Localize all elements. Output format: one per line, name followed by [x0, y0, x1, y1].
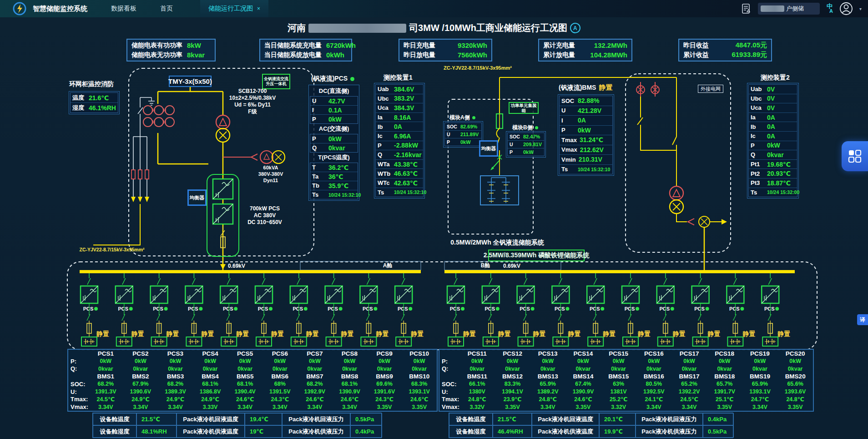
stat-label: 昨日放电量 [404, 51, 435, 59]
data-row: P0kW [310, 115, 358, 123]
data-row: Vmax212.62V [560, 145, 612, 155]
language-toggle-icon[interactable]: 中A [826, 4, 833, 13]
data-label: Uab [378, 86, 391, 92]
data-value: 384.6V [394, 86, 414, 93]
data-label: T [312, 164, 326, 171]
data-label: Ib [751, 123, 764, 130]
data-value: 19.68℃ [767, 161, 791, 168]
data-row: SOC82.88% [560, 96, 612, 106]
pcs-status-dot [775, 307, 779, 311]
data-row: WTc42.63℃ [376, 179, 423, 188]
tab-energy-diagram[interactable]: 储能运行工况图 × [200, 0, 268, 17]
app-grid-button[interactable] [842, 141, 868, 171]
cable-top-label: ZC-YJV22-8.7/15kV-3x95mm² [430, 64, 525, 71]
table-value-cell: 3.34V [671, 403, 707, 411]
table-name-cell: PCS7 [298, 350, 333, 357]
title-badge-icon[interactable]: A [570, 23, 580, 33]
chevron-down-icon[interactable]: ▾ [859, 6, 862, 11]
table-value-cell: 0kW [402, 357, 437, 365]
table-name-cell: PCS3 [158, 350, 193, 357]
table-name-cell: PCS15 [601, 350, 636, 357]
data-row: U42.7V [310, 97, 358, 106]
tab-close-icon[interactable]: × [257, 5, 260, 12]
data-row: 温度21.6℃ [71, 93, 118, 103]
stat-value: 132.2MWh [594, 41, 627, 49]
env-value-cell: 46.4%RH [493, 425, 532, 438]
stat-value: 8kvar [187, 51, 215, 59]
station-selector[interactable]: 户侧储 [758, 3, 820, 15]
avatar[interactable] [839, 2, 853, 15]
table-value-cell: 1391.3V [88, 388, 123, 396]
stat-value: 8kW [187, 41, 215, 49]
data-value: 0kW [523, 149, 534, 155]
mc1-panel-title: 测控装置1 [384, 74, 413, 82]
table-name-cell: PCS4 [193, 350, 228, 357]
table-name-cell: BMS11 [459, 373, 495, 380]
pcs-unit: PCS静置 [587, 273, 616, 346]
data-label: Ia [751, 114, 764, 121]
table-value-cell: 3.35V [707, 403, 742, 411]
data-value: 0A [394, 123, 402, 130]
module-b-table: SOC82.47%U209.81VP0kW [507, 133, 545, 156]
data-value: 42.7V [328, 97, 345, 105]
scb-spec-label: SCB12-700 10±2×2.5%/0.38kV Ud = 6‰ Dy11 … [225, 88, 280, 115]
data-value: 0A [767, 123, 775, 130]
section-header: DC(直流侧) [310, 86, 358, 96]
data-label: P [447, 139, 458, 145]
pcs-status-dot [269, 307, 273, 311]
table-value-cell: 3.35V [565, 403, 601, 411]
pcs-unit-label: PCS [659, 306, 670, 311]
table-name-cell: PCS14 [565, 350, 601, 357]
pcs-unit: PCS静置 [185, 273, 214, 346]
table-row-label: P: [439, 357, 459, 365]
table-value-cell: 24.6℃ [402, 396, 437, 403]
table-value-cell: 0kvar [402, 365, 437, 373]
nav-item-home[interactable]: 首页 [160, 5, 173, 13]
pcs-unit-label: PCS [484, 306, 495, 311]
nav-item-dashboard[interactable]: 数据看板 [111, 5, 136, 13]
table-name-cell: PCS12 [495, 350, 530, 357]
table-value-cell: 23.9℃ [495, 396, 530, 403]
pcs-status-dot [636, 307, 639, 311]
translate-button[interactable]: 译 [857, 314, 868, 325]
pcs-table-right: PCS11PCS12PCS13PCS14PCS15PCS16PCS17PCS18… [439, 349, 814, 412]
data-label: I [312, 107, 326, 113]
page-title: 河南 司3MW /10MWh工商业储能运行工况图 A [0, 22, 868, 34]
idle-status-label: 静置 [271, 330, 284, 337]
pcs-unit-label: PCS [363, 306, 373, 311]
data-value: 0.1A [328, 107, 342, 114]
table-value-cell: 1391.7V [707, 388, 742, 396]
stat-box: 储能电表有功功率8kW储能电表无功功率8kvar [126, 39, 216, 61]
env-label-cell: 设备舱湿度 [449, 425, 493, 438]
table-value-cell: 1390.9V [565, 388, 601, 396]
bus-voltage-right: 0.69kV [500, 262, 523, 269]
table-value-cell: 24.5℃ [671, 396, 707, 403]
table-value-cell: 68.1% [193, 380, 228, 388]
table-value-cell: 1380V [459, 388, 495, 396]
env-label-cell: Pack液冷机回液压力 [636, 413, 703, 425]
data-value: 0V [767, 104, 775, 112]
mc1-table: Uab384.6VUbc383.2VUca384.3VIa8.16AIb0AIc… [375, 84, 424, 197]
pcs-status-dot [164, 307, 168, 311]
idle-status-label: 静置 [131, 330, 144, 337]
module-b-panel: SOC82.47%U209.81VP0kW [506, 131, 546, 158]
data-label: Tmax [561, 137, 577, 143]
pcs-units-left: PCS静置PCS静置PCS静置PCS静置PCS静置PCS静置PCS静置PCS静置… [81, 273, 424, 346]
data-label: 湿度 [72, 104, 86, 112]
table-value-cell: 65.7% [707, 380, 742, 388]
status-dot [472, 116, 475, 119]
env-label-cell: 设备舱湿度 [93, 425, 136, 438]
pcs-status-dot [496, 307, 500, 311]
table-value-cell: 0kW [227, 357, 262, 365]
table-value-cell: 0kvar [601, 365, 636, 373]
table-value-cell: 1391.6V [367, 388, 402, 396]
table-name-cell: BMS4 [193, 373, 228, 380]
data-label: Ia [378, 114, 391, 121]
table-value-cell: 0kvar [495, 365, 530, 373]
main-transformer [216, 115, 230, 142]
pcs-status-dot [671, 307, 674, 311]
report-icon[interactable] [742, 3, 752, 14]
table-value-cell: 0kW [742, 357, 778, 365]
data-label: P [312, 116, 326, 123]
table-value-cell: 1392.5V [636, 388, 671, 396]
